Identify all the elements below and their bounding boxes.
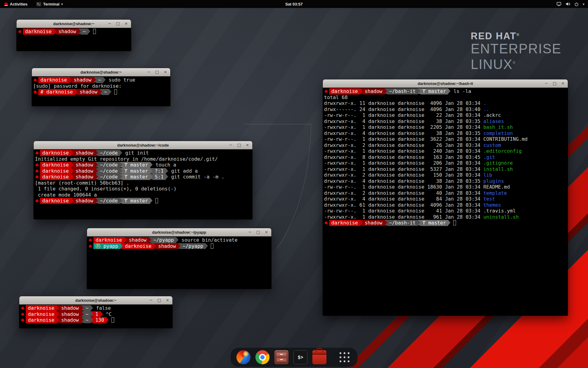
terminal-line: -rw-rw-r--. 1 darknoise darknoise 18630 … (324, 184, 567, 190)
terminal-window: darknoise@shadow:~/pyapp − □ × darknoise… (87, 228, 271, 289)
terminal-line: darknoiseshadow~130 (21, 317, 171, 323)
powerline-separator (96, 168, 98, 174)
prompt-segment-git: ϒ master (122, 174, 150, 180)
prompt-segment-maroon: shadow (363, 220, 385, 226)
output-text: -rw-rw-r--. 1 darknoise darknoise 41 Jan… (324, 208, 483, 214)
top-bar: Activities >_ Terminal ▾ Sat 03:57 ▾ (0, 0, 588, 8)
brand-title: RED HAT® (471, 31, 561, 42)
prompt-segment-stat: ?:1 (153, 168, 166, 174)
registered-mark: ® (516, 33, 520, 37)
prompt-segment-gray: ~/code (98, 198, 120, 204)
window-titlebar[interactable]: darknoise@shadow:~/pyapp − □ × (87, 228, 271, 236)
terminal-line: darknoiseshadow~/bash-itϒ master ls -la (324, 88, 567, 94)
powerline-separator (124, 237, 127, 243)
powerline-separator (96, 198, 98, 203)
terminal-app-icon: >_ (36, 2, 41, 6)
powerline-separator (100, 89, 102, 94)
terminal-line: # darknoiseshadow~ (33, 89, 169, 95)
redhat-prompt-icon (21, 319, 24, 321)
maximize-button[interactable]: □ (157, 297, 161, 303)
window-title: darknoise@shadow:~/code (34, 143, 252, 148)
app-menu-terminal[interactable]: >_ Terminal ▾ (34, 0, 65, 8)
clock[interactable]: Sat 03:57 (0, 2, 588, 6)
prompt-segment-gray: ~ (84, 317, 91, 323)
prompt-segment-err: 1 (93, 311, 100, 317)
redhat-prompt-icon (21, 313, 24, 316)
redhat-prompt-icon (36, 199, 39, 202)
prompt-segment-red: darknoise (93, 237, 124, 243)
close-button[interactable]: × (165, 297, 170, 303)
output-text: 1 file changed, 0 insertions(+), 0 delet… (35, 186, 176, 192)
dock-item-chrome[interactable] (255, 350, 270, 365)
terminal-line: darknoiseshadow~ false (21, 305, 171, 311)
terminal-window: darknoise@shadow:~/bash-it − □ × darknoi… (323, 79, 568, 316)
close-button[interactable]: × (124, 21, 128, 26)
window-titlebar[interactable]: darknoise@shadow:~ − □ × (17, 20, 131, 28)
terminal-window: darknoise@shadow:~ − □ × darknoiseshadow… (17, 20, 131, 51)
powerline-separator (96, 162, 98, 167)
maximize-button[interactable]: □ (256, 229, 260, 235)
terminal-line: -rwxrwxr-x. 1 darknoise darknoise 2205 J… (324, 124, 567, 130)
activities-label: Activities (10, 2, 28, 6)
prompt-segment-git: ϒ master (420, 220, 448, 226)
minimize-button[interactable]: − (248, 229, 252, 235)
close-button[interactable]: × (163, 69, 168, 75)
prompt-segment-gray: ~/bash-it (387, 220, 418, 226)
prompt-segment-gray: ~/bash-it (387, 88, 418, 94)
terminal-content[interactable]: darknoiseshadow~/pyapp source bin/activa… (87, 236, 271, 289)
dock-item-firefox[interactable] (236, 350, 251, 365)
file-name: .. (483, 106, 489, 112)
dock-item-files[interactable] (274, 350, 289, 365)
minimize-button[interactable]: − (149, 297, 153, 303)
terminal-content[interactable]: darknoiseshadow~ (17, 28, 131, 51)
redhat-branding: RED HAT® ENTERPRISE LINUX® (471, 31, 561, 71)
terminal-line: -rw-rw-r--. 1 darknoise darknoise 41 Jan… (324, 208, 567, 214)
maximize-button[interactable]: □ (552, 81, 557, 86)
powerline-separator (71, 168, 74, 174)
close-button[interactable]: × (245, 142, 250, 148)
prompt-segment-gray: ~/code (98, 150, 120, 156)
terminal-line: total 68 (324, 94, 567, 101)
terminal-content[interactable]: darknoiseshadow~/code git initInitialize… (34, 149, 252, 219)
window-titlebar[interactable]: darknoise@shadow:~ − □ × (19, 296, 172, 305)
redhat-prompt-icon (34, 90, 37, 93)
dock-item-toolbox[interactable] (312, 350, 327, 365)
activities-button[interactable]: Activities (2, 0, 29, 8)
powerline-separator (154, 243, 156, 249)
terminal-line: darknoiseshadow~/pyapp source bin/activa… (88, 237, 270, 243)
maximize-button[interactable]: □ (116, 21, 120, 26)
close-button[interactable]: × (264, 229, 269, 235)
maximize-button[interactable]: □ (237, 142, 241, 148)
terminal-window: darknoise@shadow:~/code − □ × darknoises… (34, 141, 252, 219)
minimize-button[interactable]: − (107, 21, 112, 26)
dock-item-show-applications[interactable] (337, 350, 352, 365)
close-button[interactable]: × (561, 81, 565, 86)
output-text: create mode 100644 a (35, 192, 97, 198)
minimize-button[interactable]: − (544, 81, 548, 86)
terminal-line: darknoiseshadow~1 ^C (21, 311, 171, 317)
window-titlebar[interactable]: darknoise@shadow:~ − □ × (32, 68, 170, 76)
terminal-line: darknoiseshadow~/codeϒ master (35, 198, 251, 204)
prompt-segment-gray: ~ (84, 311, 91, 317)
maximize-button[interactable]: □ (155, 69, 159, 75)
output-text: Initialized empty Git repository in /hom… (35, 156, 218, 162)
terminal-content[interactable]: darknoiseshadow~ sudo true[sudo] passwor… (32, 76, 170, 106)
system-status-area[interactable]: ▾ (556, 2, 588, 6)
minimize-button[interactable]: − (229, 142, 233, 148)
prompt-segment-maroon: shadow (74, 162, 96, 168)
output-text: -rwxrwxr-x. 1 darknoise darknoise 206 Ja… (324, 160, 483, 166)
minimize-button[interactable]: − (147, 69, 151, 75)
powerline-separator (81, 317, 84, 323)
prompt-segment-maroon: shadow (59, 317, 81, 323)
terminal-line: -rwxrwxr-x. 1 darknoise darknoise 240 Ja… (324, 148, 567, 154)
terminal-content[interactable]: darknoiseshadow~/bash-itϒ master ls -lat… (323, 88, 568, 316)
window-titlebar[interactable]: darknoise@shadow:~/bash-it − □ × (323, 79, 568, 88)
terminal-line: -rw-rw-r--. 1 darknoise darknoise 3622 J… (324, 136, 567, 142)
window-titlebar[interactable]: darknoise@shadow:~/code − □ × (34, 141, 252, 149)
terminal-line: darknoiseshadow~/codeϒ master touch a (35, 162, 251, 168)
terminal-content[interactable]: darknoiseshadow~ falsedarknoiseshadow~1 … (19, 305, 172, 328)
prompt-segment-venv: ⓟ pyapp (93, 243, 120, 249)
output-text: total 68 (324, 94, 348, 100)
terminal-line: drwx------. 24 darknoise darknoise 4096 … (324, 106, 567, 113)
dock-item-terminal[interactable]: $> (293, 350, 308, 365)
